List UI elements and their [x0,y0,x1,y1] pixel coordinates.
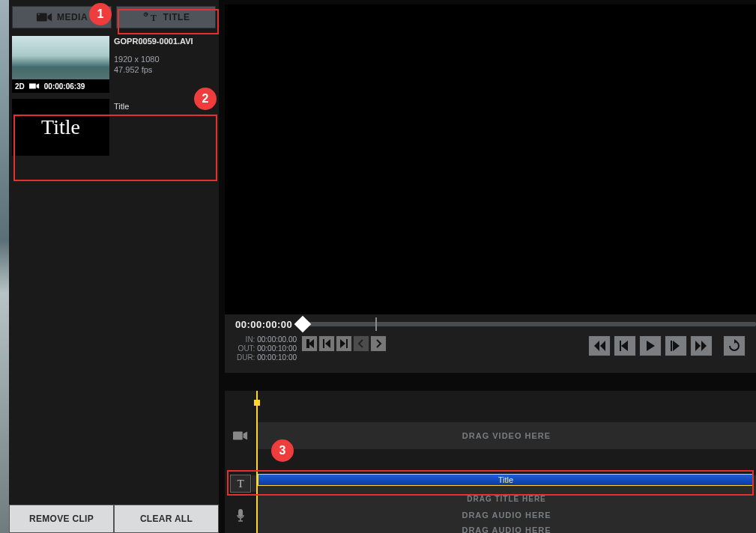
scrubber[interactable] [298,322,756,326]
step-back-button[interactable] [614,335,636,356]
title-placeholder: DRAG TITLE HERE [467,495,546,503]
title-track-2-body[interactable]: DRAG TITLE HERE [257,490,756,507]
transport-bar: 00:00:00:00 IN: 00:00:00.00 OUT: 00:00:1… [225,314,756,373]
callout-2: 2 [194,88,217,110]
video-track-body[interactable]: DRAG VIDEO HERE [257,422,756,449]
svg-rect-9 [620,341,621,351]
out-marker[interactable] [375,317,377,331]
asset-panel-actions: REMOVE CLIP CLEAR ALL [9,505,219,533]
audio-track-1[interactable]: DRAG AUDIO HERE [225,507,756,523]
media-list-item[interactable]: 2D 00:00:06:39 GOPR0059-0001.AVI 1920 x … [9,33,219,96]
tab-media-label: MEDIA [57,12,88,22]
marker-buttons [301,335,387,352]
title-thumb-text: Title [41,115,80,139]
loop-button[interactable] [723,335,746,356]
tab-title[interactable]: T TITLE [116,6,216,28]
callout-1: 1 [89,3,112,25]
window-edge [0,0,9,533]
video-track[interactable]: DRAG VIDEO HERE [225,422,756,449]
callout-3: 3 [271,439,294,462]
video-track-icon [225,430,256,442]
clear-all-button[interactable]: CLEAR ALL [114,505,219,533]
in-label: IN: [246,335,255,344]
playhead-handle[interactable] [294,316,312,333]
title-icon: T [142,11,159,23]
current-timecode: 00:00:00:00 [235,319,292,330]
asset-tab-row: MEDIA T TITLE [9,0,219,33]
media-fps: 47.952 fps [114,64,216,75]
timeline: DRAG VIDEO HERE Title T DRAG TITLE HERE … [225,391,756,533]
clear-all-label: CLEAR ALL [140,514,193,524]
media-filename: GOPR0059-0001.AVI [114,36,216,46]
next-marker-button[interactable] [370,335,387,352]
remove-clip-label: REMOVE CLIP [29,514,94,524]
svg-rect-10 [671,341,672,351]
media-resolution: 1920 x 1080 [114,54,216,64]
mode-badge: 2D [15,82,25,91]
remove-clip-button[interactable]: REMOVE CLIP [9,505,114,533]
asset-panel: MEDIA T TITLE 2D 00:00:06:39 GOPR0059-00… [9,0,219,533]
rewind-button[interactable] [588,335,611,356]
go-out-button[interactable] [336,335,352,352]
title-label: Title [114,102,129,111]
svg-rect-6 [29,84,36,89]
dur-label: DUR: [237,353,255,362]
svg-point-1 [37,13,39,15]
title-clip-label: Title [498,475,513,484]
callout-1-num: 1 [97,7,104,21]
out-label: OUT: [238,344,255,353]
playback-controls [588,335,746,356]
callout-2-num: 2 [202,92,209,106]
tab-title-label: TITLE [163,12,190,22]
dur-value: 00:00:10:00 [257,353,297,362]
title-track-2[interactable]: DRAG TITLE HERE [225,490,756,507]
svg-rect-7 [323,339,324,348]
fast-forward-button[interactable] [690,335,713,356]
prev-marker-button[interactable] [353,335,369,352]
preview-viewport [225,4,756,314]
audio-placeholder-1: DRAG AUDIO HERE [462,511,551,520]
camera-icon [36,11,52,23]
camera-small-icon [29,82,40,90]
media-thumbnail: 2D 00:00:06:39 [12,36,109,93]
step-forward-button[interactable] [665,335,687,356]
in-out-readout: IN: 00:00:00.00 OUT: 00:00:10:00 DUR: 00… [235,335,297,362]
audio-track-2[interactable]: DRAG AUDIO HERE [225,522,756,533]
play-button[interactable] [639,335,662,356]
in-value: 00:00:00.00 [257,335,297,344]
media-meta: GOPR0059-0001.AVI 1920 x 1080 47.952 fps [114,36,216,93]
audio-placeholder-2: DRAG AUDIO HERE [462,526,551,533]
go-in-button[interactable] [318,335,335,352]
set-in-button[interactable] [301,335,318,352]
svg-rect-11 [233,432,243,440]
svg-text:T: T [151,13,157,23]
audio-track-1-body[interactable]: DRAG AUDIO HERE [257,507,756,523]
clip-duration: 00:00:06:39 [44,82,85,91]
out-value: 00:00:10:00 [257,344,297,353]
title-list-item[interactable]: Title Title [9,96,219,159]
video-placeholder: DRAG VIDEO HERE [462,431,551,440]
audio-track-icon [225,508,256,522]
svg-rect-8 [346,339,348,348]
timeline-playhead[interactable] [256,391,258,533]
callout-3-num: 3 [279,444,286,457]
title-thumbnail: Title [12,99,109,156]
audio-track-2-body[interactable]: DRAG AUDIO HERE [257,522,756,533]
title-clip[interactable]: Title [258,474,754,486]
